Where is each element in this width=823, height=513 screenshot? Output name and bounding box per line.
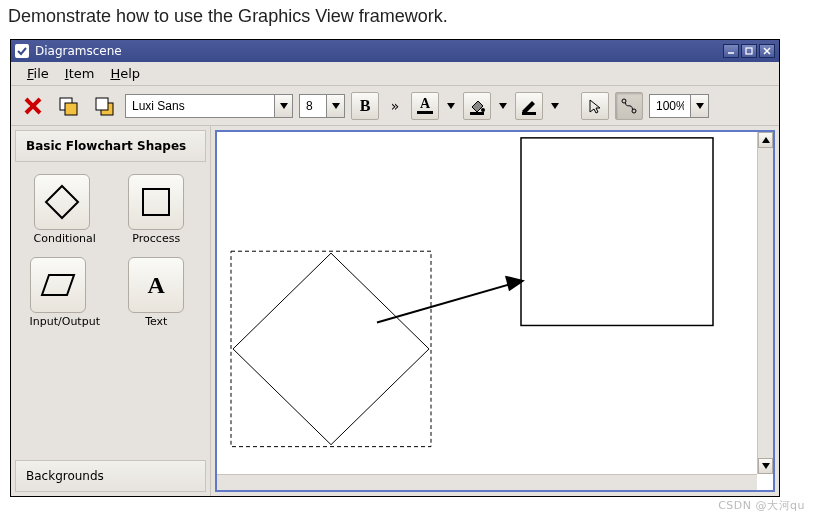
maximize-button[interactable] bbox=[741, 44, 757, 58]
shape-text-label: Text bbox=[128, 313, 184, 336]
app-icon bbox=[15, 44, 29, 58]
svg-marker-12 bbox=[447, 103, 455, 109]
bold-button[interactable]: B bbox=[351, 92, 379, 120]
svg-marker-17 bbox=[551, 103, 559, 109]
minimize-button[interactable] bbox=[723, 44, 739, 58]
zoom-combo[interactable] bbox=[649, 94, 709, 118]
text-glyph-icon: A bbox=[148, 272, 165, 299]
page-description: Demonstrate how to use the Graphics View… bbox=[0, 0, 823, 39]
svg-marker-15 bbox=[499, 103, 507, 109]
shape-process-label: Proccess bbox=[128, 230, 184, 253]
shape-io-label: Input/Output bbox=[30, 313, 100, 336]
font-family-combo[interactable] bbox=[125, 94, 293, 118]
delete-button[interactable] bbox=[19, 92, 47, 120]
pointer-mode-button[interactable] bbox=[581, 92, 609, 120]
text-color-button[interactable]: A bbox=[411, 92, 439, 120]
svg-rect-9 bbox=[96, 98, 108, 110]
svg-point-19 bbox=[622, 99, 626, 103]
svg-rect-1 bbox=[746, 48, 752, 54]
horizontal-scrollbar[interactable] bbox=[217, 474, 757, 490]
fill-color-button[interactable] bbox=[463, 92, 491, 120]
scroll-down-button[interactable] bbox=[758, 458, 773, 474]
font-size-dropdown[interactable] bbox=[327, 94, 345, 118]
canvas-conditional-item[interactable] bbox=[233, 253, 429, 445]
shape-text-button[interactable]: A bbox=[128, 257, 184, 313]
svg-rect-7 bbox=[65, 103, 77, 115]
font-size-input[interactable] bbox=[299, 94, 327, 118]
send-to-back-button[interactable] bbox=[89, 92, 119, 120]
shape-conditional-button[interactable] bbox=[34, 174, 90, 230]
toolbar: B » A bbox=[11, 86, 779, 126]
svg-point-13 bbox=[481, 108, 485, 112]
sidebar-section-backgrounds[interactable]: Backgrounds bbox=[15, 460, 206, 492]
svg-marker-18 bbox=[590, 100, 600, 113]
svg-marker-10 bbox=[280, 103, 288, 109]
svg-rect-14 bbox=[470, 112, 484, 115]
window-body: Basic Flowchart Shapes Conditional Procc… bbox=[11, 126, 779, 496]
connector-arrow[interactable] bbox=[377, 283, 513, 322]
font-size-combo[interactable] bbox=[299, 94, 345, 118]
svg-marker-26 bbox=[762, 463, 770, 469]
titlebar: Diagramscene bbox=[11, 40, 779, 62]
menu-item[interactable]: Item bbox=[57, 64, 103, 83]
menu-file[interactable]: File bbox=[19, 64, 57, 83]
font-family-input[interactable] bbox=[125, 94, 275, 118]
zoom-dropdown[interactable] bbox=[691, 94, 709, 118]
text-color-dropdown[interactable] bbox=[445, 103, 457, 109]
watermark: CSDN @大河qu bbox=[718, 498, 805, 507]
canvas-process-item[interactable] bbox=[521, 138, 713, 326]
vertical-scrollbar[interactable] bbox=[757, 132, 773, 474]
canvas-viewport bbox=[215, 130, 775, 492]
font-family-dropdown[interactable] bbox=[275, 94, 293, 118]
menu-help[interactable]: Help bbox=[102, 64, 148, 83]
svg-marker-21 bbox=[696, 103, 704, 109]
svg-marker-25 bbox=[762, 137, 770, 143]
svg-rect-16 bbox=[522, 112, 536, 115]
line-color-button[interactable] bbox=[515, 92, 543, 120]
close-button[interactable] bbox=[759, 44, 775, 58]
shape-conditional-label: Conditional bbox=[34, 230, 96, 253]
svg-marker-22 bbox=[46, 186, 78, 218]
window-title: Diagramscene bbox=[35, 44, 122, 58]
menubar: File Item Help bbox=[11, 62, 779, 86]
sidebar: Basic Flowchart Shapes Conditional Procc… bbox=[11, 126, 211, 496]
app-window: Diagramscene File Item Help B » bbox=[10, 39, 780, 497]
svg-point-20 bbox=[632, 109, 636, 113]
sidebar-section-shapes[interactable]: Basic Flowchart Shapes bbox=[15, 130, 206, 162]
toolbar-overflow[interactable]: » bbox=[385, 92, 405, 120]
bring-to-front-button[interactable] bbox=[53, 92, 83, 120]
shape-process-button[interactable] bbox=[128, 174, 184, 230]
scroll-up-button[interactable] bbox=[758, 132, 773, 148]
svg-rect-23 bbox=[143, 189, 169, 215]
fill-color-dropdown[interactable] bbox=[497, 103, 509, 109]
zoom-input[interactable] bbox=[649, 94, 691, 118]
svg-marker-24 bbox=[42, 275, 74, 295]
svg-marker-11 bbox=[332, 103, 340, 109]
line-mode-button[interactable] bbox=[615, 92, 643, 120]
shape-io-button[interactable] bbox=[30, 257, 86, 313]
diagram-canvas[interactable] bbox=[217, 132, 757, 474]
line-color-dropdown[interactable] bbox=[549, 103, 561, 109]
